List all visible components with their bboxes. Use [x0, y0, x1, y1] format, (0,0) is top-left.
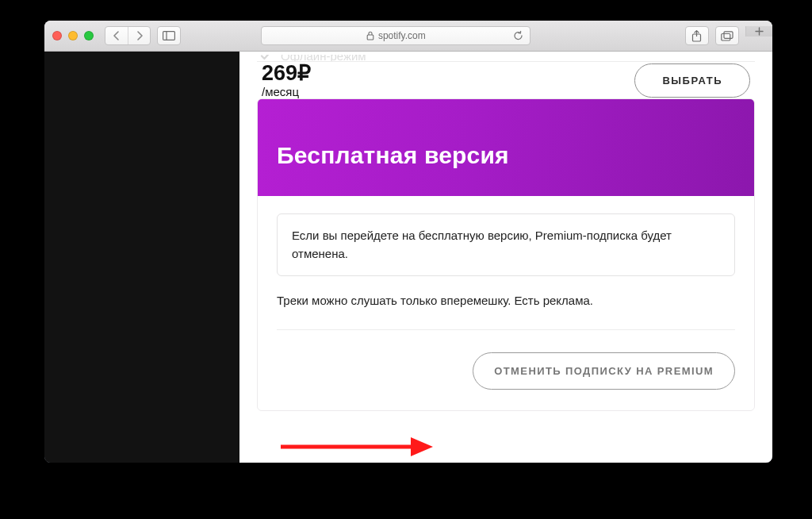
plan-card-free: Бесплатная версия Если вы перейдете на б… [257, 98, 755, 411]
address-bar[interactable]: spotify.com [261, 26, 530, 45]
free-plan-notice: Если вы перейдете на бесплатную версию, … [277, 213, 735, 276]
address-host: spotify.com [378, 30, 426, 41]
window-controls [52, 31, 94, 40]
price-amount: 269₽ [262, 62, 311, 86]
safari-window: spotify.com [44, 21, 772, 463]
free-plan-body: Если вы перейдете на бесплатную версию, … [258, 196, 754, 410]
svg-rect-6 [724, 31, 733, 38]
free-plan-description: Треки можно слушать только вперемешку. Е… [277, 294, 735, 307]
choose-plan-button[interactable]: ВЫБРАТЬ [634, 63, 750, 98]
lock-icon [366, 31, 374, 40]
titlebar: spotify.com [44, 21, 772, 52]
plan-price: 269₽ /месяц [262, 62, 311, 98]
free-plan-header: Бесплатная версия [258, 99, 754, 196]
plan-feature-label: Офлайн-режим [281, 55, 366, 61]
reload-button[interactable] [513, 31, 523, 41]
plan-price-row: 269₽ /месяц ВЫБРАТЬ [257, 61, 755, 98]
main-panel: Офлайн-режим 269₽ /месяц ВЫБРАТЬ Бесплат… [239, 52, 772, 463]
close-window-button[interactable] [52, 31, 62, 40]
cancel-premium-button[interactable]: ОТМЕНИТЬ ПОДПИСКУ НА PREMIUM [473, 352, 735, 390]
share-button[interactable] [685, 26, 709, 45]
new-tab-button[interactable] [745, 26, 772, 37]
minimize-window-button[interactable] [68, 31, 78, 40]
spotify-sidebar [44, 52, 239, 463]
sidebar-toggle-button[interactable] [157, 26, 181, 45]
free-plan-title: Бесплатная версия [277, 142, 735, 169]
page-content: Офлайн-режим 269₽ /месяц ВЫБРАТЬ Бесплат… [44, 52, 772, 463]
cancel-premium-label: ОТМЕНИТЬ ПОДПИСКУ НА PREMIUM [494, 365, 714, 377]
choose-plan-label: ВЫБРАТЬ [662, 75, 722, 86]
price-period: /месяц [262, 86, 311, 99]
plan-feature-row: Офлайн-режим [257, 55, 755, 61]
zoom-window-button[interactable] [84, 31, 94, 40]
nav-back-forward [105, 26, 151, 45]
svg-rect-0 [163, 32, 175, 40]
annotation-arrow-icon [278, 431, 436, 463]
back-button[interactable] [105, 27, 128, 44]
forward-button[interactable] [128, 27, 150, 44]
tabs-button[interactable] [715, 26, 739, 45]
svg-rect-5 [722, 33, 730, 40]
toolbar-right [685, 26, 764, 45]
check-icon [259, 55, 273, 61]
svg-rect-2 [367, 35, 373, 40]
svg-marker-10 [411, 437, 433, 456]
plan-card-premium: Офлайн-режим 269₽ /месяц ВЫБРАТЬ [257, 52, 755, 98]
free-plan-footer: ОТМЕНИТЬ ПОДПИСКУ НА PREMIUM [277, 329, 735, 390]
